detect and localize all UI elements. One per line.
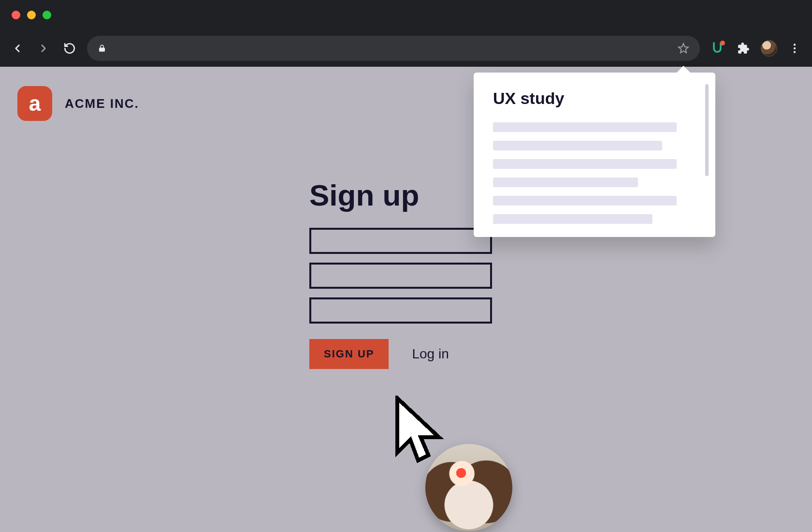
back-button[interactable]: [9, 40, 26, 57]
placeholder-line: [493, 122, 677, 132]
brand-name: ACME INC.: [65, 96, 139, 111]
placeholder-line: [493, 159, 677, 169]
window-zoom-icon[interactable]: [43, 11, 51, 19]
browser-menu-button[interactable]: [786, 40, 803, 57]
signup-field-3[interactable]: [309, 297, 492, 324]
bookmark-star-icon[interactable]: [678, 43, 689, 54]
placeholder-line: [493, 214, 652, 224]
placeholder-line: [493, 196, 677, 206]
profile-avatar[interactable]: [761, 40, 777, 57]
signup-actions: SIGN UP Log in: [309, 339, 503, 369]
lock-icon: [98, 44, 106, 53]
login-link[interactable]: Log in: [412, 346, 449, 362]
signup-button[interactable]: SIGN UP: [309, 339, 389, 369]
extensions-button[interactable]: [735, 40, 752, 57]
popup-scrollbar[interactable]: [705, 84, 709, 176]
extension-popup-body: [493, 122, 698, 224]
signup-field-2[interactable]: [309, 263, 492, 289]
browser-chrome: [0, 0, 812, 67]
window-titlebar: [0, 0, 812, 30]
reload-button[interactable]: [61, 40, 78, 57]
browser-toolbar: [0, 30, 812, 67]
placeholder-line: [493, 177, 638, 187]
forward-button[interactable]: [35, 40, 52, 57]
brand-logo-letter: a: [29, 91, 41, 116]
participant-avatar: [425, 444, 512, 531]
svg-point-2: [794, 47, 796, 49]
window-minimize-icon[interactable]: [27, 11, 36, 19]
brand-logo: a: [17, 86, 52, 121]
notification-dot-icon: [720, 41, 725, 45]
window-close-icon[interactable]: [12, 11, 20, 19]
placeholder-line: [493, 141, 662, 150]
svg-point-3: [794, 51, 796, 53]
address-bar[interactable]: [87, 36, 700, 61]
brand-block: a ACME INC.: [17, 86, 139, 121]
extension-popup[interactable]: UX study: [474, 73, 715, 237]
signup-field-1[interactable]: [309, 228, 492, 254]
svg-marker-0: [679, 44, 688, 53]
extension-userinterviews-button[interactable]: [709, 40, 726, 57]
extension-popup-title: UX study: [493, 89, 698, 108]
svg-point-1: [794, 44, 796, 45]
